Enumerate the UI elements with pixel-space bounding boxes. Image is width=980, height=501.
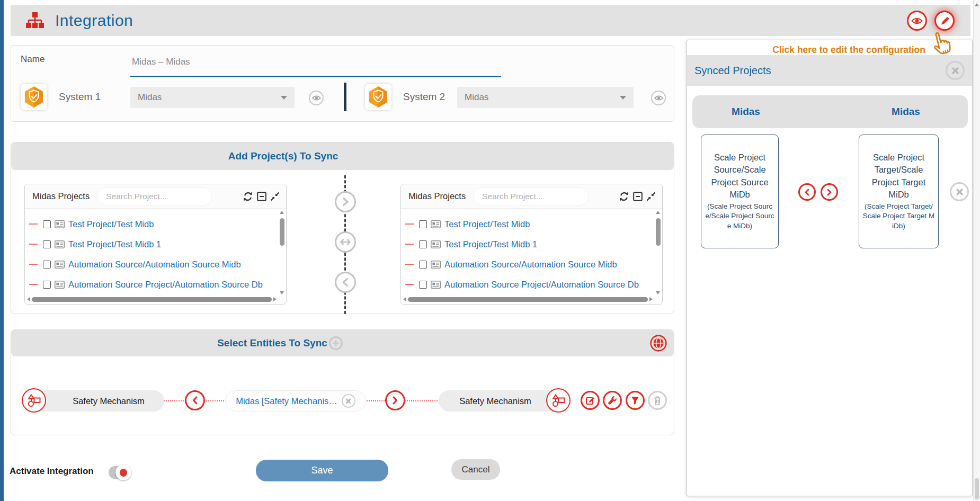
collapse-all-icon[interactable] (257, 192, 266, 201)
wrench-settings-button[interactable] (603, 391, 622, 410)
save-button[interactable]: Save (256, 460, 388, 481)
entity-mapping-pill[interactable]: Midas [Safety Mechanis… (225, 390, 366, 411)
page-scrollbar[interactable] (973, 0, 980, 501)
project-card-icon (431, 281, 441, 289)
scroll-right-arrow[interactable] (649, 297, 653, 301)
remove-synced-pair-button[interactable] (950, 182, 969, 201)
scroll-thumb[interactable] (656, 218, 661, 246)
scroll-thumb[interactable] (32, 297, 272, 302)
system2-view-button[interactable] (651, 91, 666, 105)
scroll-up-arrow[interactable] (656, 211, 660, 214)
scroll-down-arrow[interactable] (280, 291, 284, 294)
synced-source-subtitle: (Scale Project Source/Scale Project Sour… (705, 202, 775, 231)
sync-right-button[interactable] (821, 183, 838, 201)
project-row: Automation Source Project/Automation Sou… (25, 274, 286, 294)
chevron-down-icon (281, 96, 287, 100)
compress-icon[interactable] (646, 192, 656, 201)
systems-divider (344, 83, 346, 111)
scroll-right-arrow[interactable] (273, 297, 277, 301)
project-checkbox[interactable] (419, 281, 427, 289)
left-accent-border (0, 0, 4, 501)
scroll-up-arrow[interactable] (975, 3, 979, 6)
project-link[interactable]: Automation Source/Automation Source Midb (444, 260, 617, 270)
sitemap-icon (25, 12, 44, 29)
system1-view-button[interactable] (309, 91, 324, 105)
target-projects-panel-title: Midas Projects (408, 191, 466, 201)
scroll-thumb[interactable] (408, 297, 648, 302)
safety-mechanism-icon (546, 388, 571, 413)
horizontal-scrollbar[interactable] (27, 296, 277, 302)
project-link[interactable]: Automation Source/Automation Source Midb (68, 260, 241, 270)
filter-button[interactable] (626, 391, 645, 410)
project-link[interactable]: Test Project/Test Midb 1 (68, 239, 161, 249)
globe-mapping-button[interactable] (650, 335, 667, 352)
remove-mapping-button[interactable] (342, 394, 355, 408)
delete-entity-button[interactable] (648, 391, 667, 410)
system2-label: System 2 (403, 91, 445, 103)
scroll-thumb[interactable] (280, 218, 284, 246)
project-row: Automation Source/Automation Source Midb (401, 254, 662, 274)
synced-target-subtitle: (Scale Project Target/Scale Project Targ… (862, 202, 935, 231)
project-checkbox[interactable] (419, 220, 427, 228)
close-panel-button[interactable] (946, 61, 965, 80)
edit-entity-button[interactable] (581, 391, 600, 410)
preview-configuration-button[interactable] (907, 11, 927, 31)
project-card-icon (55, 220, 65, 228)
map-left-button[interactable] (185, 390, 205, 410)
project-card-icon (55, 281, 65, 289)
scroll-up-arrow[interactable] (280, 211, 284, 214)
project-link[interactable]: Test Project/Test Midb 1 (444, 239, 537, 249)
sync-left-button[interactable] (798, 183, 816, 201)
cancel-button[interactable]: Cancel (451, 459, 500, 480)
activate-integration-label: Activate Integration (10, 466, 94, 477)
add-entity-button[interactable] (329, 336, 343, 350)
collapse-all-icon[interactable] (633, 192, 643, 201)
project-link[interactable]: Automation Source Project/Automation Sou… (444, 280, 639, 290)
project-link[interactable]: Test Project/Test Midb (68, 219, 154, 229)
vertical-scrollbar[interactable] (655, 210, 662, 296)
integration-form-card: Name Midas – Midas System 1 Midas (11, 45, 674, 122)
swap-both-button[interactable] (335, 231, 356, 253)
system1-select[interactable]: Midas (130, 87, 295, 108)
source-entity-pill[interactable]: Safety Mechanism (35, 390, 164, 411)
target-projects-panel: Midas Projects (400, 184, 663, 305)
project-checkbox[interactable] (419, 261, 427, 269)
activate-integration-toggle[interactable] (109, 466, 130, 479)
vertical-scrollbar[interactable] (279, 210, 286, 296)
project-checkbox[interactable] (43, 220, 51, 228)
project-row: Test Project/Test Midb 1 (401, 234, 662, 254)
project-checkbox[interactable] (43, 281, 51, 289)
scroll-left-arrow[interactable] (403, 297, 406, 301)
entities-header-bar: Select Entities To Sync (11, 330, 674, 356)
horizontal-scrollbar[interactable] (403, 296, 653, 302)
scroll-down-arrow[interactable] (656, 291, 660, 294)
add-projects-header-bar: Add Project(s) To Sync (11, 142, 674, 170)
source-project-search-input[interactable] (97, 187, 212, 205)
target-panel-tools (619, 191, 657, 202)
move-left-button[interactable] (335, 272, 356, 293)
move-right-button[interactable] (335, 191, 356, 212)
project-link[interactable]: Test Project/Test Midb (444, 219, 530, 229)
project-checkbox[interactable] (419, 240, 427, 248)
scroll-thumb[interactable] (975, 478, 979, 499)
synced-projects-header: Synced Projects (687, 55, 972, 86)
synced-projects-title: Synced Projects (694, 65, 771, 77)
name-input[interactable]: Midas – Midas (132, 57, 190, 67)
system2-select[interactable]: Midas (457, 87, 634, 108)
mapping-connector (365, 400, 386, 401)
project-checkbox[interactable] (43, 240, 51, 248)
refresh-icon[interactable] (619, 191, 629, 202)
project-row: Test Project/Test Midb (401, 214, 662, 234)
map-right-button[interactable] (385, 390, 405, 410)
project-checkbox[interactable] (43, 261, 51, 269)
edit-configuration-button[interactable] (934, 11, 955, 31)
system1-label: System 1 (59, 91, 101, 103)
system1-selected-value: Midas (138, 92, 162, 103)
refresh-icon[interactable] (243, 191, 253, 202)
target-project-search-input[interactable] (473, 187, 589, 205)
compress-icon[interactable] (270, 192, 280, 201)
project-link[interactable]: Automation Source Project/Automation Sou… (68, 280, 263, 290)
scroll-left-arrow[interactable] (27, 297, 30, 301)
project-card-icon (431, 261, 441, 269)
project-row: Test Project/Test Midb 1 (25, 234, 286, 254)
